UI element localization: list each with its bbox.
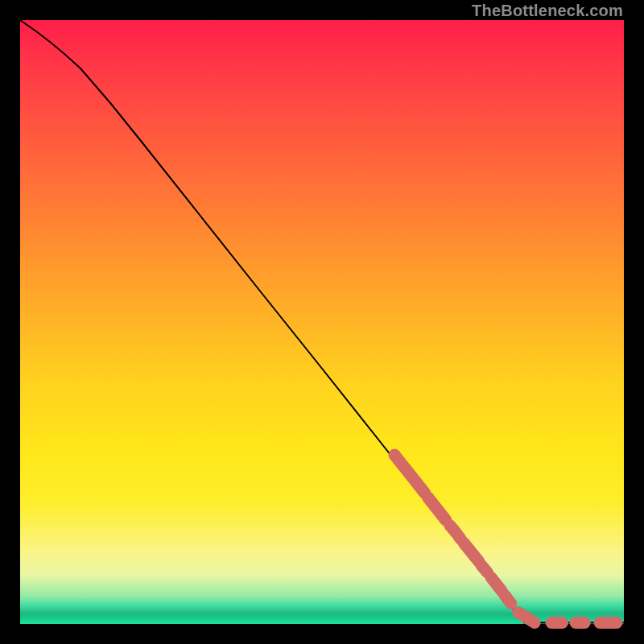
highlight-segment [427,497,446,521]
main-curve [20,20,624,623]
watermark-text: TheBottleneck.com [472,2,623,20]
plot-area [20,20,624,624]
highlight-group [394,455,617,623]
chart-stage: TheBottleneck.com [0,0,644,644]
highlight-segment [394,455,425,493]
highlight-segment [464,543,479,562]
highlight-segment [481,565,488,572]
highlight-segment [491,577,502,591]
chart-svg [20,20,624,624]
highlight-segment [518,613,535,623]
highlight-segment [505,596,511,604]
